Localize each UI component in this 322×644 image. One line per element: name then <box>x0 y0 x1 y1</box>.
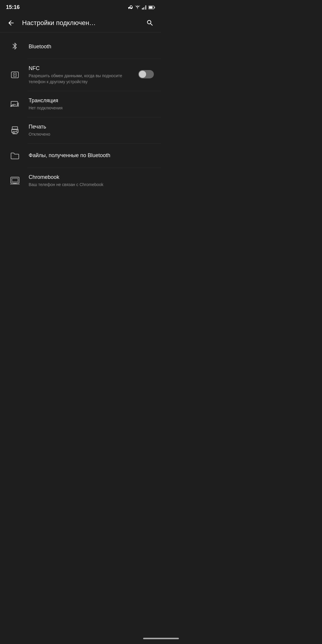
chromebook-content: Chromebook Ваш телефон не связан с Chrom… <box>29 174 154 188</box>
chromebook-title: Chromebook <box>29 174 154 181</box>
nfc-content: NFC Разрешить обмен данными, когда вы по… <box>29 65 135 85</box>
svg-rect-16 <box>12 178 18 182</box>
nfc-title: NFC <box>29 65 135 72</box>
cast-content: Трансляция Нет подключения <box>29 97 154 111</box>
cast-icon <box>7 100 23 108</box>
toolbar: Настройки подключен… <box>0 13 161 32</box>
svg-point-4 <box>14 74 16 75</box>
settings-item-nfc[interactable]: NFC Разрешить обмен данными, когда вы по… <box>0 59 161 91</box>
signal-icon <box>142 5 147 10</box>
print-content: Печать Отключено <box>29 123 154 137</box>
chromebook-icon <box>7 177 23 185</box>
bluetooth-title: Bluetooth <box>29 43 154 50</box>
svg-rect-8 <box>17 103 18 107</box>
svg-point-14 <box>17 130 18 131</box>
print-subtitle: Отключено <box>29 131 154 137</box>
cast-subtitle: Нет подключения <box>29 105 154 111</box>
back-button[interactable] <box>5 17 17 29</box>
nfc-icon <box>7 70 23 79</box>
chromebook-subtitle: Ваш телефон не связан с Chromebook <box>29 182 154 188</box>
svg-rect-17 <box>10 184 20 185</box>
battery-icon <box>148 5 155 10</box>
svg-rect-18 <box>13 183 17 184</box>
bluetooth-icon <box>7 42 23 52</box>
settings-item-cast[interactable]: Трансляция Нет подключения <box>0 91 161 117</box>
svg-rect-7 <box>18 103 19 107</box>
wifi-icon <box>135 5 140 10</box>
nfc-subtitle: Разрешить обмен данными, когда вы поднос… <box>29 73 135 85</box>
nfc-toggle[interactable] <box>138 70 154 78</box>
bluetooth-files-content: Файлы, полученные по Bluetooth <box>29 152 154 159</box>
svg-rect-2 <box>149 6 153 8</box>
folder-icon <box>7 152 23 160</box>
settings-item-bluetooth[interactable]: Bluetooth <box>0 35 161 59</box>
nfc-toggle-container[interactable] <box>138 70 154 80</box>
settings-item-bluetooth-files[interactable]: Файлы, полученные по Bluetooth <box>0 144 161 168</box>
settings-item-chromebook[interactable]: Chromebook Ваш телефон не связан с Chrom… <box>0 168 161 194</box>
bluetooth-files-title: Файлы, полученные по Bluetooth <box>29 152 154 159</box>
nfc-toggle-knob <box>139 71 146 78</box>
settings-item-print[interactable]: Печать Отключено <box>0 117 161 143</box>
svg-rect-1 <box>154 7 155 8</box>
toolbar-title: Настройки подключен… <box>22 19 139 27</box>
bluetooth-content: Bluetooth <box>29 43 154 50</box>
key-icon <box>128 5 133 10</box>
settings-list: Bluetooth NFC Разрешить обмен данными, к… <box>0 32 161 194</box>
status-icons <box>128 5 155 10</box>
print-title: Печать <box>29 123 154 130</box>
search-button[interactable] <box>144 17 156 29</box>
svg-rect-12 <box>13 132 15 133</box>
print-icon <box>7 126 23 134</box>
cast-title: Трансляция <box>29 97 154 104</box>
status-time: 15:16 <box>6 4 20 10</box>
svg-rect-13 <box>13 133 16 134</box>
status-bar: 15:16 <box>0 0 161 13</box>
